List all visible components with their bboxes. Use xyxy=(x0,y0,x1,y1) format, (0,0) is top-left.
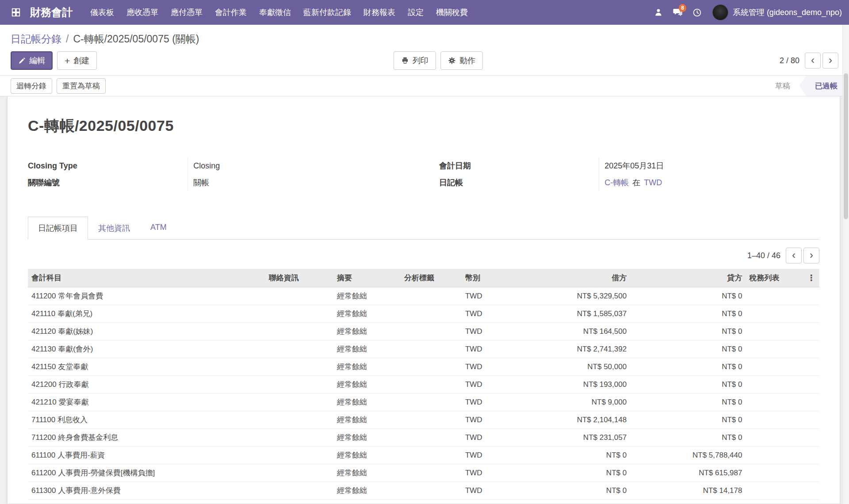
column-header[interactable]: 聯絡資訊 xyxy=(265,269,333,287)
line-cell: TWD xyxy=(462,376,513,393)
lines-pager-prev-button[interactable]: ‹ xyxy=(786,248,802,263)
menu-item[interactable]: 儀表板 xyxy=(84,0,120,25)
line-cell xyxy=(401,323,462,340)
line-row[interactable]: 611300 人事費用-意外保費經常餘絀TWDNT$ 0NT$ 14,178 xyxy=(28,482,819,500)
journal-value: C-轉帳 在 TWD xyxy=(599,174,819,191)
menu-item[interactable]: 財務報表 xyxy=(357,0,402,25)
lines-pager-next-button[interactable]: › xyxy=(803,248,819,263)
line-cell: NT$ 0 xyxy=(513,482,630,500)
line-row[interactable]: 711100 利息收入經常餘絀TWDNT$ 2,104,148NT$ 0 xyxy=(28,411,819,429)
edit-button[interactable]: 編輯 xyxy=(11,51,53,70)
column-header[interactable]: 借方 xyxy=(513,269,630,287)
column-header[interactable]: 幣別 xyxy=(462,269,513,287)
line-row[interactable]: 421200 行政奉獻經常餘絀TWDNT$ 193,000NT$ 0 xyxy=(28,376,819,393)
notebook-tabs: 日記帳項目其他資訊ATM xyxy=(28,217,819,240)
column-header[interactable]: 貸方 xyxy=(630,269,746,287)
gear-icon xyxy=(448,57,456,65)
field-row: 會計日期 2025年05月31日 xyxy=(439,157,819,174)
lines-pager-value: 1–40 / 46 xyxy=(747,251,780,260)
field-group-right: 會計日期 2025年05月31日 日記帳 C-轉帳 在 TWD xyxy=(439,157,819,191)
field-group-left: Closing Type Closing 關聯編號 關帳 xyxy=(28,157,408,191)
line-cell: TWD xyxy=(462,482,513,500)
user-menu[interactable]: 系統管理 (gideons_demo_npo) xyxy=(712,4,842,20)
reverse-entry-button[interactable]: 迴轉分錄 xyxy=(11,78,52,94)
line-cell xyxy=(401,305,462,323)
line-cell: NT$ 0 xyxy=(630,429,746,447)
line-cell xyxy=(746,464,803,482)
app-title[interactable]: 財務會計 xyxy=(30,5,73,19)
lines-pager-buttons: ‹ › xyxy=(786,248,819,263)
menu-item[interactable]: 會計作業 xyxy=(209,0,253,25)
systray-messages-button[interactable]: 8 xyxy=(668,0,688,25)
tab[interactable]: ATM xyxy=(140,217,177,240)
line-cell xyxy=(265,287,333,305)
scrollbar[interactable] xyxy=(842,25,849,504)
action-button[interactable]: 動作 xyxy=(440,51,483,70)
line-cell xyxy=(265,376,333,393)
line-row[interactable]: 421130 奉獻(會外)經常餘絀TWDNT$ 2,741,392NT$ 0 xyxy=(28,340,819,358)
line-cell: NT$ 1,585,037 xyxy=(513,305,630,323)
plus-icon: + xyxy=(65,56,70,65)
systray-activities-button[interactable] xyxy=(688,0,707,25)
journal-link[interactable]: C-轉帳 xyxy=(604,177,629,188)
line-cell xyxy=(746,429,803,447)
column-header[interactable]: 摘要 xyxy=(333,269,401,287)
line-cell: TWD xyxy=(462,340,513,358)
line-cell xyxy=(265,323,333,340)
line-cell: NT$ 5,788,440 xyxy=(630,447,746,464)
line-cell: 經常餘絀 xyxy=(333,323,401,340)
menu-item[interactable]: 應收憑單 xyxy=(120,0,164,25)
line-cell: TWD xyxy=(462,447,513,464)
line-cell: 經常餘絀 xyxy=(333,287,401,305)
line-cell xyxy=(746,447,803,464)
line-cell xyxy=(265,393,333,411)
line-row[interactable]: 421120 奉獻(姊妹)經常餘絀TWDNT$ 164,500NT$ 0 xyxy=(28,323,819,340)
tab[interactable]: 其他資訊 xyxy=(88,217,140,240)
column-header[interactable]: 稅務列表 xyxy=(746,269,803,287)
pager-prev-button[interactable]: ‹ xyxy=(805,53,821,69)
column-header[interactable]: 會計科目 xyxy=(28,269,265,287)
line-cell: NT$ 0 xyxy=(630,376,746,393)
line-cell-options xyxy=(803,464,819,482)
currency-link[interactable]: TWD xyxy=(644,178,662,187)
status-step[interactable]: 草稿 xyxy=(766,76,799,96)
line-cell-options xyxy=(803,411,819,429)
pager-next-button[interactable]: › xyxy=(822,53,838,69)
line-row[interactable]: 421150 友堂奉獻經常餘絀TWDNT$ 50,000NT$ 0 xyxy=(28,358,819,376)
status-step[interactable]: 已過帳 xyxy=(799,76,849,96)
line-cell xyxy=(746,305,803,323)
menu-item[interactable]: 藍新付款記錄 xyxy=(297,0,357,25)
line-row[interactable]: 611100 人事費用-薪資經常餘絀TWDNT$ 0NT$ 5,788,440 xyxy=(28,447,819,464)
line-row[interactable]: 421210 愛宴奉獻經常餘絀TWDNT$ 9,000NT$ 0 xyxy=(28,393,819,411)
reset-draft-button[interactable]: 重置為草稿 xyxy=(57,78,106,94)
field-row: Closing Type Closing xyxy=(28,157,408,174)
line-cell: 611400 人事費用-離職金提撥 xyxy=(28,500,265,504)
menu-item[interactable]: 奉獻徵信 xyxy=(253,0,297,25)
line-row[interactable]: 711200 終身會費基金利息經常餘絀TWDNT$ 231,057NT$ 0 xyxy=(28,429,819,447)
apps-menu-button[interactable] xyxy=(7,4,25,21)
user-name: 系統管理 (gideons_demo_npo) xyxy=(733,7,842,18)
column-header[interactable]: 分析標籤 xyxy=(401,269,462,287)
breadcrumb-parent[interactable]: 日記帳分錄 xyxy=(11,32,61,46)
line-cell xyxy=(265,482,333,500)
closing-type-value: Closing xyxy=(187,157,408,174)
menu-item[interactable]: 設定 xyxy=(402,0,430,25)
line-row[interactable]: 411200 常年會員會費經常餘絀TWDNT$ 5,329,500NT$ 0 xyxy=(28,287,819,305)
column-options-button[interactable]: ⋮ xyxy=(803,269,819,287)
line-cell: 421110 奉獻(弟兄) xyxy=(28,305,265,323)
menu-item[interactable]: 機關稅費 xyxy=(430,0,474,25)
line-cell: 經常餘絀 xyxy=(333,429,401,447)
line-cell xyxy=(746,411,803,429)
scrollbar-thumb[interactable] xyxy=(844,73,848,219)
line-cell: TWD xyxy=(462,393,513,411)
line-row[interactable]: 611400 人事費用-離職金提撥經常餘絀TWDNT$ 0NT$ 520,000 xyxy=(28,500,819,504)
menu-item[interactable]: 應付憑單 xyxy=(164,0,209,25)
print-button[interactable]: 列印 xyxy=(394,51,436,70)
create-button[interactable]: + 創建 xyxy=(57,51,97,70)
line-cell: TWD xyxy=(462,287,513,305)
systray-person-button[interactable] xyxy=(649,0,668,25)
reference-label: 關聯編號 xyxy=(28,177,187,188)
tab[interactable]: 日記帳項目 xyxy=(28,217,88,240)
line-row[interactable]: 611200 人事費用-勞健保費[機構負擔]經常餘絀TWDNT$ 0NT$ 61… xyxy=(28,464,819,482)
line-row[interactable]: 421110 奉獻(弟兄)經常餘絀TWDNT$ 1,585,037NT$ 0 xyxy=(28,305,819,323)
